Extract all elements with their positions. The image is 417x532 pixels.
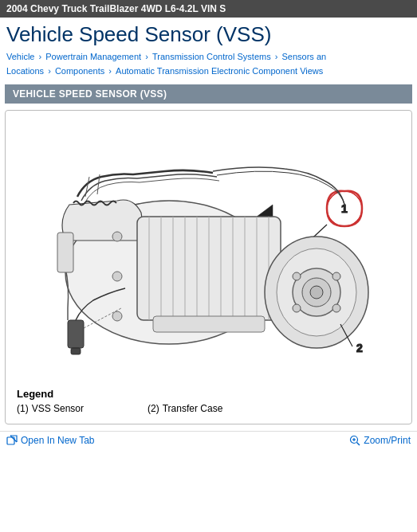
page-title: Vehicle Speed Sensor (VSS) xyxy=(0,18,417,49)
svg-rect-27 xyxy=(68,320,84,348)
svg-point-24 xyxy=(293,304,301,312)
breadcrumb: Vehicle › Powertrain Management › Transm… xyxy=(0,49,417,81)
breadcrumb-locations[interactable]: Locations xyxy=(6,66,44,76)
svg-rect-28 xyxy=(71,348,81,354)
diagram-image-wrapper: 1 xyxy=(12,117,405,380)
breadcrumb-sep-2: › xyxy=(145,52,151,61)
legend-items: (1) VSS Sensor (2) Transfer Case xyxy=(17,403,400,414)
open-new-tab-label: Open In New Tab xyxy=(21,435,95,446)
legend-section: Legend (1) VSS Sensor (2) Transfer Case xyxy=(12,385,405,417)
breadcrumb-sep-3: › xyxy=(275,52,281,61)
svg-point-31 xyxy=(112,272,122,281)
breadcrumb-sep-4: › xyxy=(48,66,53,76)
legend-item-1-label: VSS Sensor xyxy=(32,403,84,414)
legend-title: Legend xyxy=(17,388,400,400)
legend-item-2-num: (2) xyxy=(148,403,159,414)
breadcrumb-sep-1: › xyxy=(39,52,45,61)
legend-item-2: (2) Transfer Case xyxy=(148,403,222,414)
svg-point-23 xyxy=(332,272,340,280)
breadcrumb-components[interactable]: Components xyxy=(55,66,104,76)
breadcrumb-transmission[interactable]: Transmission Control Systems xyxy=(152,52,271,61)
vss-diagram-svg: 1 xyxy=(14,117,404,380)
svg-text:2: 2 xyxy=(356,342,363,354)
legend-item-1-num: (1) xyxy=(17,403,29,414)
legend-item-2-label: Transfer Case xyxy=(163,403,223,414)
svg-line-39 xyxy=(357,443,360,446)
diagram-container: 1 xyxy=(5,110,412,424)
breadcrumb-component-views[interactable]: Automatic Transmission Electronic Compon… xyxy=(116,66,323,76)
svg-point-25 xyxy=(332,304,340,312)
breadcrumb-powertrain[interactable]: Powertrain Management xyxy=(45,52,141,61)
zoom-print-label: Zoom/Print xyxy=(364,435,411,446)
breadcrumb-vehicle[interactable]: Vehicle xyxy=(6,52,34,61)
footer-bar: Open In New Tab Zoom/Print xyxy=(0,431,417,449)
svg-rect-33 xyxy=(153,316,265,332)
svg-point-22 xyxy=(293,272,301,280)
engine-info-text: L6-4.2L VIN S xyxy=(165,3,226,14)
breadcrumb-sensors[interactable]: Sensors an xyxy=(281,52,326,61)
open-new-tab-link[interactable]: Open In New Tab xyxy=(6,435,95,446)
open-tab-icon xyxy=(6,435,18,446)
section-header: VEHICLE SPEED SENSOR (VSS) xyxy=(5,84,412,104)
vehicle-info-text: 2004 Chevy Truck TrailBlazer 4WD xyxy=(6,3,162,14)
zoom-icon xyxy=(349,435,360,446)
svg-rect-34 xyxy=(57,233,73,272)
breadcrumb-sep-5: › xyxy=(108,66,114,76)
legend-item-1: (1) VSS Sensor xyxy=(17,403,84,414)
vehicle-header-bar: 2004 Chevy Truck TrailBlazer 4WD L6-4.2L… xyxy=(0,0,417,18)
svg-line-37 xyxy=(10,436,17,442)
svg-point-30 xyxy=(112,232,122,241)
zoom-print-link[interactable]: Zoom/Print xyxy=(349,435,411,446)
svg-point-32 xyxy=(112,311,122,321)
svg-point-21 xyxy=(310,286,323,299)
